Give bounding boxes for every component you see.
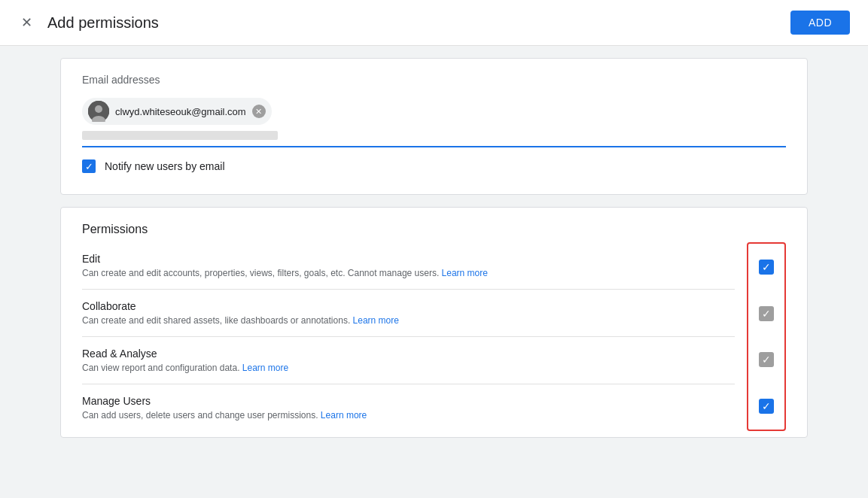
email-section-card: Email addresses clwyd.whiteseouk@gmail.c…: [60, 58, 808, 195]
manage-checkmark: ✓: [762, 401, 771, 411]
edit-checkmark: ✓: [762, 262, 771, 272]
dialog-header: ✕ Add permissions ADD: [0, 0, 868, 46]
table-row: Collaborate Can create and edit shared a…: [82, 289, 735, 336]
learn-more-manage[interactable]: Learn more: [321, 410, 367, 421]
add-button[interactable]: ADD: [790, 11, 850, 35]
notify-row: ✓ Notify new users by email: [82, 159, 786, 173]
email-section-label: Email addresses: [82, 74, 786, 86]
permissions-checkbox-column: ✓ ✓ ✓ ✓: [747, 242, 786, 431]
read-checkmark: ✓: [762, 354, 771, 365]
header-left: ✕ Add permissions: [18, 11, 159, 34]
checkbox-read: ✓: [759, 337, 774, 384]
chip-close-button[interactable]: ✕: [252, 105, 266, 118]
notify-label: Notify new users by email: [105, 160, 225, 172]
notify-checkmark: ✓: [85, 162, 93, 172]
table-row: Edit Can create and edit accounts, prope…: [82, 242, 735, 289]
perm-name-edit: Edit: [82, 253, 735, 265]
table-row: Read & Analyse Can view report and confi…: [82, 336, 735, 384]
page-title: Add permissions: [47, 14, 159, 32]
permission-rows: Edit Can create and edit accounts, prope…: [82, 242, 735, 431]
collaborate-checkmark: ✓: [762, 308, 771, 319]
checkbox-collaborate: ✓: [759, 290, 774, 337]
permissions-section-card: Permissions Edit Can create and edit acc…: [60, 207, 808, 438]
permissions-grid: Edit Can create and edit accounts, prope…: [82, 242, 786, 431]
edit-checkbox[interactable]: ✓: [759, 260, 774, 275]
learn-more-edit[interactable]: Learn more: [442, 268, 488, 278]
chip-email-text: clwyd.whiteseouk@gmail.com: [115, 106, 246, 117]
checkbox-manage: ✓: [759, 383, 774, 430]
perm-desc-edit: Can create and edit accounts, properties…: [82, 268, 735, 278]
perm-name-read: Read & Analyse: [82, 348, 735, 360]
email-chip[interactable]: clwyd.whiteseouk@gmail.com ✕: [82, 98, 272, 125]
perm-desc-read: Can view report and configuration data. …: [82, 363, 735, 373]
learn-more-read[interactable]: Learn more: [242, 363, 288, 373]
collaborate-checkbox[interactable]: ✓: [759, 306, 774, 321]
main-content: Email addresses clwyd.whiteseouk@gmail.c…: [0, 46, 868, 462]
perm-desc-collaborate: Can create and edit shared assets, like …: [82, 315, 735, 326]
read-checkbox[interactable]: ✓: [759, 352, 774, 367]
manage-checkbox[interactable]: ✓: [759, 399, 774, 414]
notify-checkbox[interactable]: ✓: [82, 159, 96, 173]
perm-name-collaborate: Collaborate: [82, 300, 735, 312]
close-button[interactable]: ✕: [18, 11, 35, 34]
permissions-title: Permissions: [82, 223, 786, 236]
checkbox-edit: ✓: [759, 244, 774, 290]
email-input-placeholder: [82, 131, 278, 140]
email-input-area[interactable]: clwyd.whiteseouk@gmail.com ✕: [82, 98, 786, 147]
permissions-section: Permissions Edit Can create and edit acc…: [61, 208, 807, 437]
perm-name-manage: Manage Users: [82, 395, 735, 407]
email-section: Email addresses clwyd.whiteseouk@gmail.c…: [61, 59, 807, 194]
svg-point-1: [95, 105, 102, 113]
learn-more-collaborate[interactable]: Learn more: [353, 315, 399, 326]
table-row: Manage Users Can add users, delete users…: [82, 384, 735, 431]
perm-desc-manage: Can add users, delete users and change u…: [82, 410, 735, 421]
avatar: [88, 101, 109, 122]
